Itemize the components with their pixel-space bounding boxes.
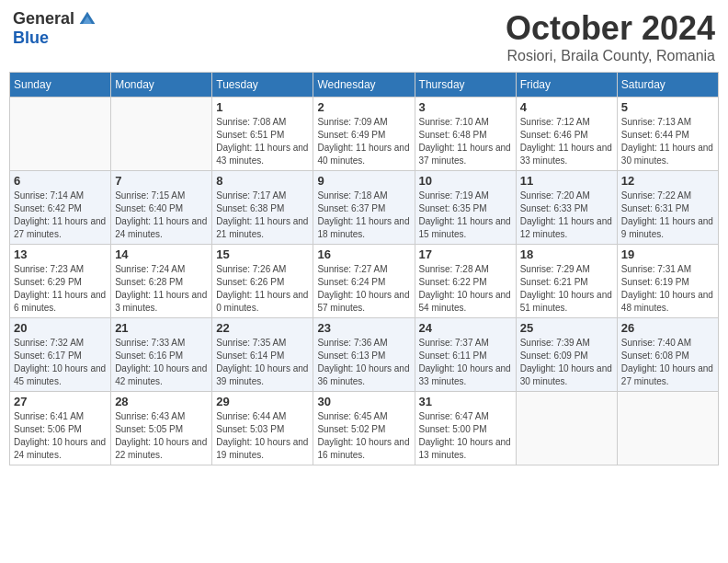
calendar-cell: 21Sunrise: 7:33 AM Sunset: 6:16 PM Dayli…: [111, 318, 212, 392]
day-info: Sunrise: 6:45 AM Sunset: 5:02 PM Dayligh…: [317, 410, 410, 462]
day-header-thursday: Thursday: [415, 73, 516, 98]
day-header-monday: Monday: [111, 73, 212, 98]
day-number: 17: [419, 247, 512, 261]
day-header-sunday: Sunday: [10, 73, 111, 98]
calendar-cell: [617, 392, 718, 465]
day-number: 4: [520, 100, 613, 114]
day-number: 8: [216, 174, 309, 188]
calendar-week-row: 13Sunrise: 7:23 AM Sunset: 6:29 PM Dayli…: [10, 245, 719, 318]
day-info: Sunrise: 7:29 AM Sunset: 6:21 PM Dayligh…: [520, 263, 613, 315]
calendar-week-row: 27Sunrise: 6:41 AM Sunset: 5:06 PM Dayli…: [10, 392, 719, 465]
calendar-cell: 30Sunrise: 6:45 AM Sunset: 5:02 PM Dayli…: [313, 392, 415, 465]
day-info: Sunrise: 7:28 AM Sunset: 6:22 PM Dayligh…: [419, 263, 512, 315]
day-header-tuesday: Tuesday: [212, 73, 313, 98]
day-info: Sunrise: 7:27 AM Sunset: 6:24 PM Dayligh…: [317, 263, 410, 315]
day-info: Sunrise: 7:19 AM Sunset: 6:35 PM Dayligh…: [419, 190, 512, 241]
day-info: Sunrise: 7:24 AM Sunset: 6:28 PM Dayligh…: [115, 263, 208, 315]
day-info: Sunrise: 7:10 AM Sunset: 6:48 PM Dayligh…: [419, 116, 512, 167]
page-header: General Blue October 2024 Rosiori, Brail…: [9, 9, 719, 64]
calendar-week-row: 6Sunrise: 7:14 AM Sunset: 6:42 PM Daylig…: [10, 171, 719, 245]
calendar-cell: 3Sunrise: 7:10 AM Sunset: 6:48 PM Daylig…: [415, 98, 516, 171]
day-info: Sunrise: 7:36 AM Sunset: 6:13 PM Dayligh…: [317, 337, 410, 388]
calendar-cell: 12Sunrise: 7:22 AM Sunset: 6:31 PM Dayli…: [617, 171, 718, 245]
day-info: Sunrise: 6:43 AM Sunset: 5:05 PM Dayligh…: [115, 410, 208, 462]
day-number: 26: [621, 321, 714, 335]
day-number: 10: [419, 174, 512, 188]
day-number: 23: [317, 321, 410, 335]
day-info: Sunrise: 7:15 AM Sunset: 6:40 PM Dayligh…: [115, 190, 208, 241]
day-number: 20: [14, 321, 107, 335]
calendar-cell: [111, 98, 212, 171]
calendar-cell: 23Sunrise: 7:36 AM Sunset: 6:13 PM Dayli…: [313, 318, 415, 392]
logo-blue: Blue: [13, 29, 49, 48]
day-number: 24: [419, 321, 512, 335]
calendar-cell: 8Sunrise: 7:17 AM Sunset: 6:38 PM Daylig…: [212, 171, 313, 245]
calendar-cell: 22Sunrise: 7:35 AM Sunset: 6:14 PM Dayli…: [212, 318, 313, 392]
logo: General Blue: [13, 9, 97, 48]
calendar-cell: 13Sunrise: 7:23 AM Sunset: 6:29 PM Dayli…: [10, 245, 111, 318]
calendar-header-row: SundayMondayTuesdayWednesdayThursdayFrid…: [10, 73, 719, 98]
day-number: 16: [317, 247, 410, 261]
calendar-cell: [10, 98, 111, 171]
calendar-cell: 31Sunrise: 6:47 AM Sunset: 5:00 PM Dayli…: [415, 392, 516, 465]
day-number: 28: [115, 395, 208, 408]
calendar-cell: 26Sunrise: 7:40 AM Sunset: 6:08 PM Dayli…: [617, 318, 718, 392]
calendar-cell: 7Sunrise: 7:15 AM Sunset: 6:40 PM Daylig…: [111, 171, 212, 245]
day-number: 1: [216, 100, 309, 114]
day-header-saturday: Saturday: [617, 73, 718, 98]
day-number: 19: [621, 247, 714, 261]
day-number: 15: [216, 247, 309, 261]
day-info: Sunrise: 7:33 AM Sunset: 6:16 PM Dayligh…: [115, 337, 208, 388]
calendar-cell: 29Sunrise: 6:44 AM Sunset: 5:03 PM Dayli…: [212, 392, 313, 465]
day-number: 9: [317, 174, 410, 188]
day-info: Sunrise: 7:37 AM Sunset: 6:11 PM Dayligh…: [419, 337, 512, 388]
day-number: 13: [14, 247, 107, 261]
day-info: Sunrise: 7:22 AM Sunset: 6:31 PM Dayligh…: [621, 190, 714, 241]
calendar-cell: 25Sunrise: 7:39 AM Sunset: 6:09 PM Dayli…: [516, 318, 617, 392]
day-number: 27: [14, 395, 107, 408]
day-info: Sunrise: 7:23 AM Sunset: 6:29 PM Dayligh…: [14, 263, 107, 315]
calendar-cell: 16Sunrise: 7:27 AM Sunset: 6:24 PM Dayli…: [313, 245, 415, 318]
day-number: 11: [520, 174, 613, 188]
calendar-cell: 24Sunrise: 7:37 AM Sunset: 6:11 PM Dayli…: [415, 318, 516, 392]
day-info: Sunrise: 7:39 AM Sunset: 6:09 PM Dayligh…: [520, 337, 613, 388]
location-title: Rosiori, Braila County, Romania: [506, 48, 715, 64]
day-header-wednesday: Wednesday: [313, 73, 415, 98]
calendar-cell: 14Sunrise: 7:24 AM Sunset: 6:28 PM Dayli…: [111, 245, 212, 318]
month-title: October 2024: [506, 9, 715, 48]
day-info: Sunrise: 7:09 AM Sunset: 6:49 PM Dayligh…: [317, 116, 410, 167]
calendar-cell: 4Sunrise: 7:12 AM Sunset: 6:46 PM Daylig…: [516, 98, 617, 171]
title-block: October 2024 Rosiori, Braila County, Rom…: [506, 9, 715, 64]
logo-icon: [78, 10, 97, 29]
day-number: 14: [115, 247, 208, 261]
day-number: 29: [216, 395, 309, 408]
day-number: 5: [621, 100, 714, 114]
day-number: 2: [317, 100, 410, 114]
day-info: Sunrise: 6:44 AM Sunset: 5:03 PM Dayligh…: [216, 410, 309, 462]
calendar-cell: 27Sunrise: 6:41 AM Sunset: 5:06 PM Dayli…: [10, 392, 111, 465]
day-info: Sunrise: 7:13 AM Sunset: 6:44 PM Dayligh…: [621, 116, 714, 167]
day-info: Sunrise: 7:17 AM Sunset: 6:38 PM Dayligh…: [216, 190, 309, 241]
day-info: Sunrise: 7:26 AM Sunset: 6:26 PM Dayligh…: [216, 263, 309, 315]
day-number: 7: [115, 174, 208, 188]
calendar-cell: 15Sunrise: 7:26 AM Sunset: 6:26 PM Dayli…: [212, 245, 313, 318]
day-info: Sunrise: 6:47 AM Sunset: 5:00 PM Dayligh…: [419, 410, 512, 462]
day-info: Sunrise: 7:08 AM Sunset: 6:51 PM Dayligh…: [216, 116, 309, 167]
calendar-week-row: 1Sunrise: 7:08 AM Sunset: 6:51 PM Daylig…: [10, 98, 719, 171]
calendar-cell: 6Sunrise: 7:14 AM Sunset: 6:42 PM Daylig…: [10, 171, 111, 245]
calendar-cell: 28Sunrise: 6:43 AM Sunset: 5:05 PM Dayli…: [111, 392, 212, 465]
day-info: Sunrise: 7:14 AM Sunset: 6:42 PM Dayligh…: [14, 190, 107, 241]
day-number: 31: [419, 395, 512, 408]
calendar-cell: 17Sunrise: 7:28 AM Sunset: 6:22 PM Dayli…: [415, 245, 516, 318]
calendar-cell: 9Sunrise: 7:18 AM Sunset: 6:37 PM Daylig…: [313, 171, 415, 245]
day-number: 21: [115, 321, 208, 335]
day-number: 6: [14, 174, 107, 188]
calendar-cell: 2Sunrise: 7:09 AM Sunset: 6:49 PM Daylig…: [313, 98, 415, 171]
day-number: 25: [520, 321, 613, 335]
calendar-cell: 20Sunrise: 7:32 AM Sunset: 6:17 PM Dayli…: [10, 318, 111, 392]
calendar-cell: 11Sunrise: 7:20 AM Sunset: 6:33 PM Dayli…: [516, 171, 617, 245]
calendar-cell: 18Sunrise: 7:29 AM Sunset: 6:21 PM Dayli…: [516, 245, 617, 318]
day-info: Sunrise: 6:41 AM Sunset: 5:06 PM Dayligh…: [14, 410, 107, 462]
calendar-cell: 19Sunrise: 7:31 AM Sunset: 6:19 PM Dayli…: [617, 245, 718, 318]
day-info: Sunrise: 7:12 AM Sunset: 6:46 PM Dayligh…: [520, 116, 613, 167]
